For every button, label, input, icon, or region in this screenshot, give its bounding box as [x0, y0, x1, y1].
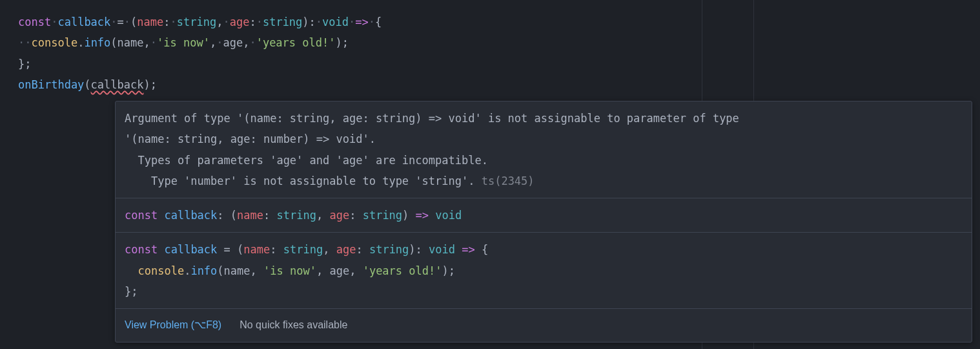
whitespace	[270, 209, 276, 222]
keyword-const: const	[125, 209, 158, 222]
param-age: age	[336, 243, 356, 256]
whitespace: ·	[256, 16, 263, 28]
hover-tooltip[interactable]: Argument of type '(name: string, age: st…	[115, 101, 972, 343]
whitespace: ·	[349, 16, 355, 28]
paren-close: )	[409, 243, 415, 256]
type-string: string	[369, 243, 409, 256]
whitespace	[224, 209, 230, 222]
type-string: string	[363, 209, 402, 222]
arg-age: age	[329, 264, 349, 277]
paren-open: (	[130, 16, 137, 28]
comma: ,	[316, 264, 323, 277]
colon: :	[309, 16, 316, 28]
comma: ,	[243, 36, 249, 49]
hover-footer: View Problem (⌥F8) No quick fixes availa…	[116, 309, 972, 341]
definition-peek-section: const callback = (name: string, age: str…	[116, 233, 972, 309]
whitespace: ·	[249, 36, 256, 49]
string-literal: 'years old!'	[363, 264, 442, 277]
paren-open: (	[230, 209, 237, 222]
comma: ,	[316, 209, 323, 222]
code-line-4[interactable]: onBirthday(callback);	[0, 74, 980, 95]
dot-accessor: .	[184, 264, 190, 277]
variable-callback: callback	[57, 16, 110, 28]
keyword-const: const	[125, 243, 158, 256]
error-text-line2: '(name: string, age: number) => void'.	[125, 132, 376, 145]
paren-open: (	[110, 36, 117, 49]
arrow-operator: =>	[416, 209, 429, 222]
string-literal: 'is now'	[157, 36, 210, 49]
string-literal: 'years old!'	[256, 36, 336, 49]
code-line-3[interactable]: };	[0, 54, 980, 74]
error-text-line4: Type 'number' is not assignable to type …	[125, 174, 482, 187]
whitespace	[356, 264, 362, 277]
whitespace	[363, 243, 369, 256]
semicolon: ;	[150, 78, 157, 91]
error-text-line1: Argument of type '(name: string, age: st…	[125, 112, 746, 125]
whitespace	[455, 243, 462, 256]
error-argument-callback[interactable]: callback	[91, 78, 144, 91]
paren-close: )	[442, 264, 448, 277]
whitespace	[158, 243, 164, 256]
whitespace: ·	[369, 16, 375, 28]
colon: :	[270, 243, 276, 256]
whitespace	[356, 209, 362, 222]
whitespace: ··	[18, 36, 31, 49]
colon: :	[356, 243, 362, 256]
semicolon: ;	[449, 264, 455, 277]
dot-accessor: .	[77, 36, 84, 49]
brace-close: }	[18, 58, 25, 70]
whitespace: ·	[223, 16, 229, 28]
comma: ,	[210, 36, 216, 49]
semicolon: ;	[131, 285, 138, 298]
colon: :	[263, 209, 270, 222]
colon: :	[217, 209, 223, 222]
comma: ,	[216, 16, 223, 28]
paren-open: (	[217, 264, 223, 277]
arg-name: name	[117, 36, 144, 49]
whitespace	[230, 243, 237, 256]
whitespace	[257, 264, 263, 277]
whitespace: ·	[170, 16, 177, 28]
paren-close: )	[302, 16, 309, 28]
keyword-const: const	[18, 16, 51, 28]
semicolon: ;	[25, 58, 31, 70]
whitespace: ·	[51, 16, 57, 28]
view-problem-link[interactable]: View Problem (⌥F8)	[125, 315, 221, 335]
brace-open: {	[482, 243, 488, 256]
colon: :	[163, 16, 170, 28]
code-line-1[interactable]: const·callback·=·(name:·string,·age:·str…	[0, 12, 980, 32]
whitespace	[323, 209, 329, 222]
brace-close: }	[125, 285, 131, 298]
error-message-section: Argument of type '(name: string, age: st…	[116, 101, 972, 198]
variable-callback: callback	[164, 243, 217, 256]
arrow-operator: =>	[355, 16, 368, 28]
arg-age: age	[223, 36, 243, 49]
paren-close: )	[402, 209, 409, 222]
paren-open: (	[84, 78, 90, 91]
object-console: console	[138, 264, 184, 277]
comma: ,	[323, 243, 329, 256]
paren-close: )	[335, 36, 342, 49]
error-code: ts(2345)	[482, 174, 535, 187]
comma: ,	[250, 264, 257, 277]
type-void: void	[429, 243, 455, 256]
type-string: string	[263, 16, 302, 28]
object-console: console	[31, 36, 77, 49]
code-line-2[interactable]: ··console.info(name,·'is now',·age,·'yea…	[0, 32, 980, 53]
error-text-line3: Types of parameters 'age' and 'age' are …	[125, 154, 488, 167]
operator-equals: =	[117, 16, 124, 28]
operator-equals: =	[224, 243, 230, 256]
whitespace	[323, 264, 329, 277]
param-age: age	[230, 16, 250, 28]
whitespace	[422, 243, 429, 256]
type-void: void	[322, 16, 349, 28]
whitespace	[125, 264, 138, 277]
semicolon: ;	[342, 36, 349, 49]
code-editor[interactable]: const·callback·=·(name:·string,·age:·str…	[0, 0, 980, 95]
arg-name: name	[224, 264, 250, 277]
arrow-operator: =>	[462, 243, 475, 256]
whitespace	[429, 209, 435, 222]
param-name: name	[243, 243, 270, 256]
whitespace	[475, 243, 482, 256]
colon: :	[349, 209, 356, 222]
